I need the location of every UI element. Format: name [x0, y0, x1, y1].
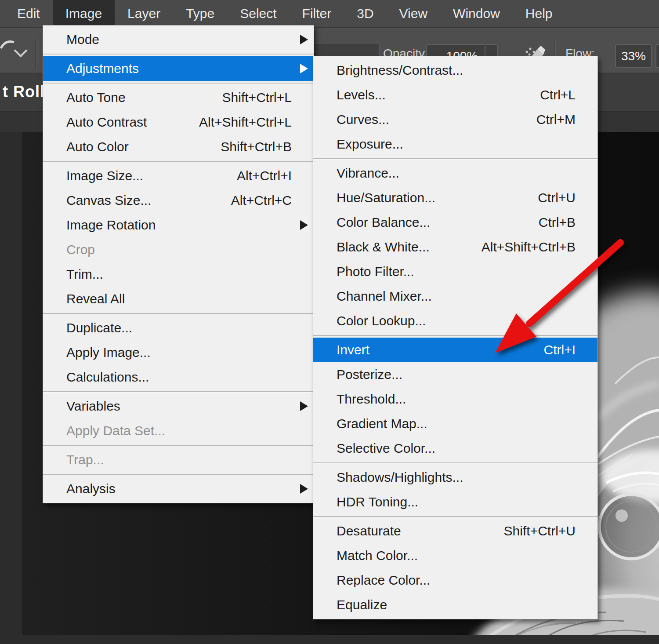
menu-item-label: Black & White...	[337, 240, 430, 255]
menu-separator	[43, 161, 314, 162]
flow-value: 33%	[621, 49, 646, 63]
menu-item-label: Curves...	[337, 112, 389, 127]
menubar-item-type[interactable]: Type	[173, 0, 227, 27]
menu-item-mode[interactable]: Mode	[43, 27, 314, 52]
submenu-item-match-color[interactable]: Match Color...	[313, 543, 597, 568]
menu-item-crop[interactable]: Crop	[43, 237, 314, 262]
menu-item-label: Photo Filter...	[337, 264, 414, 279]
menu-item-auto-tone[interactable]: Auto ToneShift+Ctrl+L	[43, 85, 314, 110]
submenu-item-photo-filter[interactable]: Photo Filter...	[313, 259, 597, 284]
menu-item-auto-color[interactable]: Auto ColorShift+Ctrl+B	[43, 135, 314, 159]
menu-item-label: Threshold...	[337, 392, 406, 407]
menubar-item-image[interactable]: Image	[53, 0, 115, 27]
chevron-down-icon[interactable]	[14, 44, 27, 57]
menubar-item-3d[interactable]: 3D	[344, 0, 386, 27]
menu-item-auto-contrast[interactable]: Auto ContrastAlt+Shift+Ctrl+L	[43, 110, 314, 135]
menu-item-label: Invert	[337, 342, 369, 357]
submenu-arrow-icon	[300, 484, 308, 494]
menu-separator	[43, 83, 314, 84]
menu-item-label: Color Lookup...	[337, 313, 426, 328]
menu-item-label: Trim...	[66, 267, 103, 282]
submenu-item-equalize[interactable]: Equalize	[313, 593, 597, 617]
menu-item-shortcut: Ctrl+L	[527, 87, 576, 102]
submenu-item-brightness-contrast[interactable]: Brightness/Contrast...	[313, 58, 597, 83]
submenu-item-hdr-toning[interactable]: HDR Toning...	[313, 490, 597, 514]
menu-item-calculations[interactable]: Calculations...	[43, 365, 314, 389]
menu-item-label: Calculations...	[66, 370, 149, 385]
menu-item-label: Channel Mixer...	[337, 289, 432, 304]
menu-item-label: Replace Color...	[337, 573, 430, 588]
submenu-item-threshold[interactable]: Threshold...	[313, 387, 597, 411]
menu-separator	[43, 445, 314, 446]
submenu-item-posterize[interactable]: Posterize...	[313, 362, 597, 387]
image-menu: ModeAdjustmentsAuto ToneShift+Ctrl+LAuto…	[43, 25, 314, 503]
menu-item-image-rotation[interactable]: Image Rotation	[43, 213, 314, 237]
flow-field[interactable]: 33%	[615, 44, 652, 68]
menu-item-label: Auto Color	[66, 139, 129, 154]
submenu-item-gradient-map[interactable]: Gradient Map...	[313, 411, 597, 436]
menu-item-variables[interactable]: Variables	[43, 394, 314, 418]
menu-item-label: Color Balance...	[337, 215, 430, 230]
submenu-item-hue-saturation[interactable]: Hue/Saturation...Ctrl+U	[313, 186, 597, 210]
submenu-arrow-icon	[300, 35, 308, 44]
menu-item-reveal-all[interactable]: Reveal All	[43, 287, 314, 311]
menu-item-shortcut: Ctrl+B	[525, 215, 576, 230]
menu-item-label: Exposure...	[337, 137, 403, 152]
toolbar-separator	[35, 40, 36, 69]
menubar-item-select[interactable]: Select	[227, 0, 289, 27]
menu-item-label: Match Color...	[337, 548, 418, 563]
submenu-item-shadows-highlights[interactable]: Shadows/Highlights...	[313, 465, 597, 490]
menu-item-label: Levels...	[337, 87, 386, 102]
toolbar-field-partial[interactable]	[655, 44, 659, 68]
menu-item-label: Crop	[66, 242, 95, 257]
menu-item-trim[interactable]: Trim...	[43, 262, 314, 287]
menu-item-duplicate[interactable]: Duplicate...	[43, 316, 314, 340]
menu-item-label: Canvas Size...	[66, 193, 151, 208]
submenu-item-color-balance[interactable]: Color Balance...Ctrl+B	[313, 210, 597, 235]
menu-item-label: Gradient Map...	[337, 416, 427, 431]
submenu-item-levels[interactable]: Levels...Ctrl+L	[313, 83, 597, 107]
menu-item-shortcut: Alt+Ctrl+C	[218, 193, 292, 208]
menu-item-label: Auto Contrast	[66, 115, 147, 130]
menu-item-trap[interactable]: Trap...	[43, 448, 314, 472]
menu-item-label: Adjustments	[66, 61, 139, 76]
menu-item-shortcut: Shift+Ctrl+U	[491, 524, 576, 538]
menu-item-label: Selective Color...	[337, 441, 435, 456]
submenu-item-exposure[interactable]: Exposure...	[313, 132, 597, 156]
menu-separator	[313, 158, 597, 159]
menu-item-label: Variables	[66, 399, 120, 414]
submenu-item-desaturate[interactable]: DesaturateShift+Ctrl+U	[313, 519, 597, 543]
photoshop-window: EditImageLayerTypeSelectFilter3DViewWind…	[0, 0, 659, 644]
menubar-item-layer[interactable]: Layer	[115, 0, 173, 27]
submenu-item-curves[interactable]: Curves...Ctrl+M	[313, 107, 597, 132]
menu-item-label: Vibrance...	[337, 166, 399, 181]
menu-separator	[313, 462, 597, 463]
menu-item-apply-image[interactable]: Apply Image...	[43, 340, 314, 365]
adjustments-submenu: Brightness/Contrast...Levels...Ctrl+LCur…	[313, 56, 598, 619]
submenu-arrow-icon	[300, 401, 308, 411]
menubar-item-view[interactable]: View	[387, 0, 440, 27]
menu-item-apply-data-set[interactable]: Apply Data Set...	[43, 418, 314, 443]
submenu-item-invert[interactable]: InvertCtrl+I	[313, 338, 597, 362]
menubar-item-help[interactable]: Help	[513, 0, 565, 27]
menu-item-canvas-size[interactable]: Canvas Size...Alt+Ctrl+C	[43, 188, 314, 213]
menu-separator	[43, 313, 314, 314]
menu-item-analysis[interactable]: Analysis	[43, 477, 314, 501]
submenu-item-selective-color[interactable]: Selective Color...	[313, 436, 597, 461]
menu-item-image-size[interactable]: Image Size...Alt+Ctrl+I	[43, 164, 314, 188]
submenu-item-color-lookup[interactable]: Color Lookup...	[313, 309, 597, 333]
menu-item-shortcut: Alt+Shift+Ctrl+B	[468, 240, 576, 255]
menubar-item-window[interactable]: Window	[440, 0, 513, 27]
submenu-item-replace-color[interactable]: Replace Color...	[313, 568, 597, 593]
menu-separator	[43, 391, 314, 392]
menu-item-shortcut: Ctrl+U	[525, 190, 576, 205]
submenu-item-black-white[interactable]: Black & White...Alt+Shift+Ctrl+B	[313, 235, 597, 259]
menu-item-adjustments[interactable]: Adjustments	[43, 56, 314, 81]
menu-item-label: Apply Image...	[66, 345, 151, 360]
menubar-item-filter[interactable]: Filter	[290, 0, 344, 27]
submenu-item-channel-mixer[interactable]: Channel Mixer...	[313, 284, 597, 309]
menu-item-shortcut: Alt+Ctrl+I	[224, 168, 292, 183]
menubar-item-edit[interactable]: Edit	[4, 0, 53, 27]
submenu-item-vibrance[interactable]: Vibrance...	[313, 161, 597, 186]
menu-item-label: Shadows/Highlights...	[337, 470, 463, 485]
